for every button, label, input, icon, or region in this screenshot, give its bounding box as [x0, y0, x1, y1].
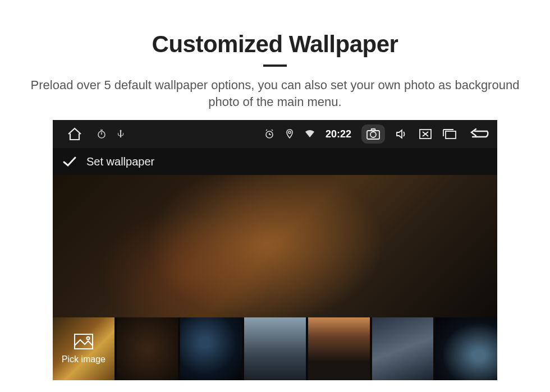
device-screenshot: 20:22: [53, 120, 497, 380]
alarm-icon: [264, 128, 275, 140]
recents-icon[interactable]: [442, 128, 457, 140]
svg-rect-6: [446, 131, 456, 139]
pick-image-button[interactable]: Pick image: [53, 317, 114, 380]
location-icon: [285, 128, 294, 140]
close-box-icon[interactable]: [419, 128, 432, 140]
title-bar: Set wallpaper: [53, 148, 497, 175]
timer-icon: [97, 129, 107, 139]
page-title: Customized Wallpaper: [0, 31, 550, 58]
wallpaper-thumb[interactable]: [436, 317, 497, 380]
svg-point-4: [370, 132, 376, 137]
volume-icon[interactable]: [395, 128, 409, 140]
wallpaper-thumb[interactable]: [117, 317, 178, 380]
title-underline: [263, 64, 287, 67]
wallpaper-thumb[interactable]: [244, 317, 306, 380]
home-icon[interactable]: [66, 127, 83, 141]
usb-icon: [117, 129, 125, 139]
svg-point-2: [288, 131, 291, 133]
wallpaper-thumb[interactable]: [372, 317, 434, 380]
picture-icon: [74, 333, 94, 350]
wallpaper-thumbstrip: Pick image: [53, 317, 497, 380]
wallpaper-thumb[interactable]: [308, 317, 370, 380]
svg-point-8: [86, 337, 89, 340]
checkmark-icon[interactable]: [62, 155, 77, 168]
svg-rect-7: [75, 334, 93, 349]
page-subtitle: Preload over 5 default wallpaper options…: [20, 77, 530, 110]
wifi-icon: [304, 130, 315, 139]
wallpaper-preview: [53, 175, 497, 317]
pick-image-label: Pick image: [62, 354, 106, 365]
status-bar: 20:22: [53, 120, 497, 148]
title-bar-label: Set wallpaper: [86, 155, 154, 168]
clock-text: 20:22: [326, 128, 351, 140]
wallpaper-thumb[interactable]: [180, 317, 242, 380]
back-icon[interactable]: [467, 128, 489, 140]
camera-icon[interactable]: [361, 124, 385, 144]
